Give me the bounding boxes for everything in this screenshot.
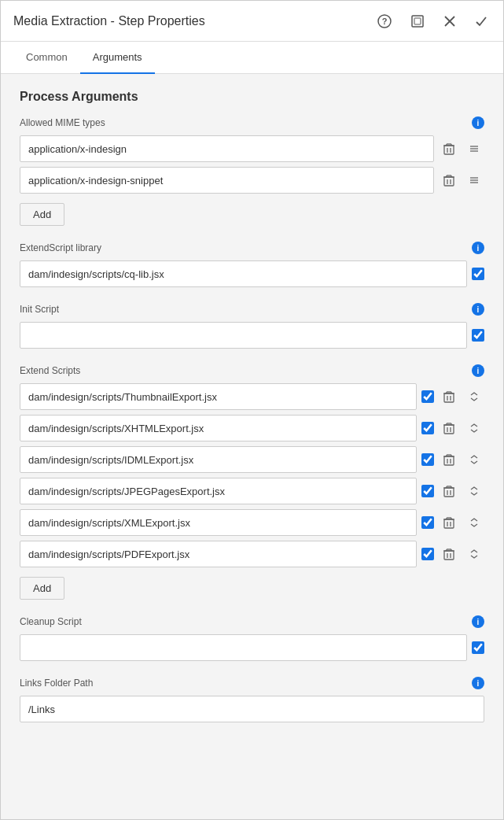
extend-script-reorder-3[interactable] [464,482,484,500]
tabs-bar: Common Arguments [1,42,503,74]
tab-common[interactable]: Common [13,42,80,74]
extend-script-input-1[interactable] [20,415,417,441]
window-title: Media Extraction - Step Properties [13,14,205,28]
svg-rect-2 [412,16,423,27]
links-folder-path-label: Links Folder Path i [20,677,484,689]
svg-rect-3 [414,18,421,24]
extend-script-reorder-0[interactable] [464,388,484,405]
confirm-button[interactable] [472,12,491,31]
window: Media Extraction - Step Properties ? [0,0,504,820]
extend-scripts-info-icon[interactable]: i [472,364,484,377]
extend-script-row-4 [20,509,484,536]
mime-type-row-0 [20,135,484,162]
cleanup-script-label-text: Cleanup Script [20,616,82,627]
links-folder-path-input[interactable] [20,696,484,722]
allowed-mime-types-label-text: Allowed MIME types [20,117,105,128]
extend-script-input-5[interactable] [20,541,417,567]
extend-script-input-0[interactable] [20,383,417,410]
mime-type-row-1 [20,167,484,194]
svg-rect-61 [444,551,454,560]
extendscript-library-checkbox[interactable] [472,268,484,280]
links-folder-path-group: Links Folder Path i [20,677,484,722]
extend-script-row-5 [20,541,484,567]
mime-type-input-0[interactable] [20,135,434,162]
svg-rect-6 [444,146,454,154]
extendscript-library-row [20,260,484,287]
title-bar: Media Extraction - Step Properties ? [1,1,503,42]
init-script-label: Init Script i [20,303,484,316]
links-folder-path-row [20,696,484,722]
extend-scripts-add-button[interactable]: Add [20,577,64,600]
mime-type-delete-1[interactable] [439,171,459,190]
cleanup-script-row [20,634,484,661]
help-button[interactable]: ? [374,11,395,31]
init-script-input[interactable] [20,322,467,349]
mime-type-reorder-0[interactable] [464,140,484,157]
extend-script-checkbox-4[interactable] [421,516,434,529]
links-folder-path-label-text: Links Folder Path [20,678,93,689]
svg-rect-40 [444,456,454,465]
extend-script-checkbox-0[interactable] [421,390,434,403]
allowed-mime-types-group: Allowed MIME types i [20,116,484,226]
init-script-group: Init Script i [20,303,484,349]
extend-script-delete-2[interactable] [439,450,459,469]
allowed-mime-types-label: Allowed MIME types i [20,116,484,129]
init-script-label-text: Init Script [20,304,59,315]
extend-scripts-label: Extend Scripts i [20,364,484,377]
section-title: Process Arguments [20,90,484,104]
window-button[interactable] [407,11,428,31]
mime-type-reorder-1[interactable] [464,172,484,189]
init-script-checkbox[interactable] [472,329,484,342]
extendscript-library-label-text: ExtendScript library [20,242,101,253]
init-script-info-icon[interactable]: i [472,303,484,316]
mime-type-delete-0[interactable] [439,139,459,158]
extend-script-delete-1[interactable] [439,419,459,438]
cleanup-script-label: Cleanup Script i [20,615,484,628]
extend-script-checkbox-3[interactable] [421,485,434,497]
allowed-mime-types-info-icon[interactable]: i [472,116,484,129]
extend-script-input-4[interactable] [20,509,417,536]
extend-script-delete-4[interactable] [439,513,459,532]
extend-script-checkbox-2[interactable] [421,453,434,466]
close-button[interactable] [440,12,459,31]
extend-script-delete-0[interactable] [439,387,459,406]
tab-arguments[interactable]: Arguments [80,42,155,74]
mime-type-input-1[interactable] [20,167,434,194]
extend-script-row-0 [20,383,484,410]
cleanup-script-checkbox[interactable] [472,641,484,654]
extend-script-checkbox-1[interactable] [421,422,434,434]
extend-script-input-2[interactable] [20,446,417,473]
extendscript-library-input[interactable] [20,260,467,287]
init-script-row [20,322,484,349]
mime-type-add-button[interactable]: Add [20,203,64,226]
extend-scripts-label-text: Extend Scripts [20,365,80,376]
extend-script-delete-3[interactable] [439,482,459,500]
extend-script-reorder-2[interactable] [464,451,484,468]
content-area: Process Arguments Allowed MIME types i [1,74,503,819]
svg-text:?: ? [382,17,388,26]
extendscript-library-group: ExtendScript library i [20,242,484,287]
extend-script-input-3[interactable] [20,478,417,504]
extend-script-reorder-5[interactable] [464,545,484,563]
svg-rect-47 [444,488,454,497]
extend-script-delete-5[interactable] [439,545,459,563]
extend-script-reorder-1[interactable] [464,419,484,437]
extend-script-row-3 [20,478,484,504]
extendscript-library-info-icon[interactable]: i [472,242,484,254]
extend-script-row-1 [20,415,484,441]
svg-rect-33 [444,425,454,434]
links-folder-path-info-icon[interactable]: i [472,677,484,689]
cleanup-script-input[interactable] [20,634,467,661]
extend-script-checkbox-5[interactable] [421,548,434,560]
extendscript-library-label: ExtendScript library i [20,242,484,254]
cleanup-script-group: Cleanup Script i [20,615,484,661]
svg-rect-16 [444,177,454,186]
extend-scripts-group: Extend Scripts i [20,364,484,600]
svg-rect-26 [444,393,454,402]
cleanup-script-info-icon[interactable]: i [472,615,484,628]
title-bar-actions: ? [374,11,491,31]
extend-script-reorder-4[interactable] [464,514,484,531]
extend-script-row-2 [20,446,484,473]
svg-rect-54 [444,519,454,528]
